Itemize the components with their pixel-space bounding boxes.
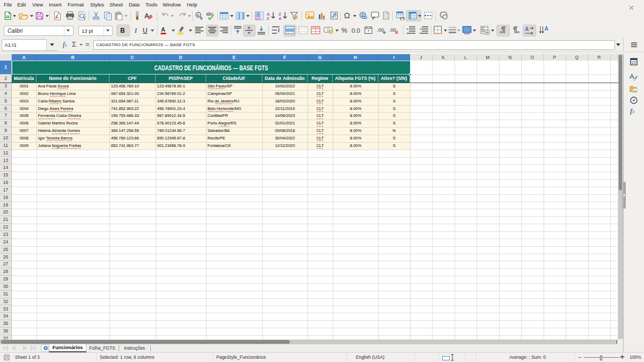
svg-text:a: a: [197, 13, 199, 17]
svg-text:7: 7: [367, 29, 370, 34]
svg-text:A: A: [161, 26, 165, 33]
svg-text:Z: Z: [257, 16, 259, 20]
svg-text:.00: .00: [389, 27, 396, 33]
svg-text:Z: Z: [267, 16, 269, 20]
svg-text:d: d: [200, 17, 202, 20]
svg-text:A: A: [257, 12, 259, 16]
svg-text:A: A: [279, 16, 282, 20]
svg-text:A: A: [545, 26, 548, 32]
svg-text:A: A: [525, 26, 529, 32]
svg-text:A: A: [630, 72, 634, 80]
svg-text:A: A: [144, 12, 149, 20]
svg-text:.00: .00: [377, 27, 384, 33]
